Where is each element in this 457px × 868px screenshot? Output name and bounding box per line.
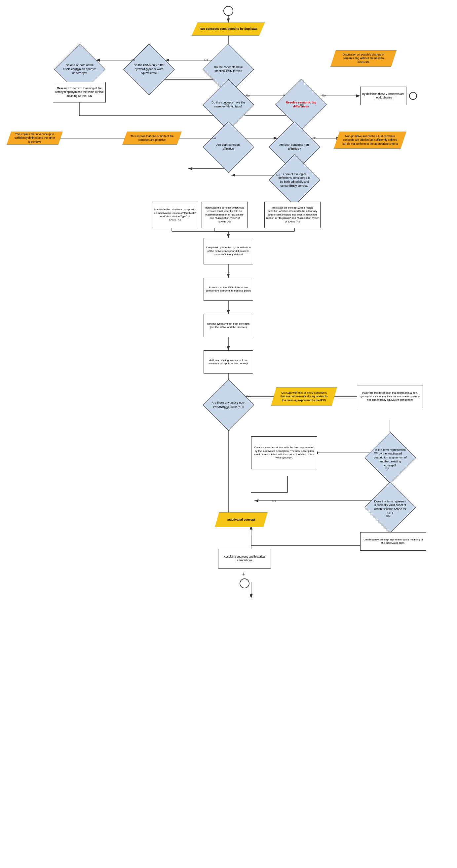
- inactivate-most-recent-box: Inactivate the concept which was created…: [202, 202, 248, 228]
- inactivate-incorrect-label: Inactivate the concept with a logical de…: [266, 206, 319, 223]
- resolving-subtypes-box: Resolving subtypes and historical associ…: [218, 549, 271, 568]
- research-confirm-label: Research to confirm meaning of the acron…: [55, 87, 104, 97]
- end-circle: [239, 579, 250, 588]
- label-no-7: No: [276, 174, 280, 177]
- concept-one-or-more-label: Concept with one or more synonyms that a…: [279, 391, 329, 402]
- active-non-synonymous-diamond: Are there any active non-synonymous syno…: [202, 379, 254, 431]
- label-no-5: No: [212, 136, 216, 140]
- label-no-6: No: [313, 136, 317, 140]
- non-primitive-avoids-label: Non-primitive avoids the situation where…: [342, 134, 398, 146]
- add-missing-synonyms-label: Add any missing synonyms from inactive c…: [205, 359, 252, 366]
- does-term-represent-label: Does the term represent a clinically val…: [372, 490, 408, 525]
- label-yes-10: Yes: [373, 451, 378, 454]
- inactivate-primitive-box: Inactivate the primitive concept with an…: [152, 202, 198, 228]
- fsns-differ-label: Do the FSNs only differ by word order or…: [131, 52, 167, 87]
- label-yes-1: Yes: [144, 68, 149, 71]
- inactivate-primitive-label: Inactivate the primitive concept with an…: [154, 208, 197, 222]
- create-new-concept-label: Create a new concept representing the me…: [362, 538, 425, 545]
- label-yes-9: Yes: [246, 395, 251, 398]
- discussion-semantic-label: Discussion on possible change of semanti…: [337, 53, 390, 64]
- create-new-description-box: Create a new description with the term r…: [251, 436, 317, 469]
- concept-one-or-more-box: Concept with one or more synonyms that a…: [271, 388, 337, 406]
- label-no-9: No: [385, 466, 389, 469]
- label-no-10: No: [272, 499, 276, 502]
- one-sufficiently-defined-label: This implies that one concept is suffici…: [13, 132, 56, 144]
- not-duplicates-label: By definition these 2 concepts are not d…: [362, 92, 405, 99]
- create-new-description-label: Create a new description with the term r…: [253, 446, 316, 460]
- inactivated-concept-box: Inactivated concept: [215, 512, 268, 527]
- add-missing-synonyms-box: Add any missing synonyms from inactive c…: [203, 350, 253, 373]
- diagram-container: Two concepts considered to be duplicate …: [0, 0, 457, 868]
- logical-correct-label: Is one of the logical definitions consid…: [276, 162, 312, 198]
- label-no-1: No: [204, 58, 208, 61]
- plus-sign: +: [242, 571, 245, 577]
- update-logical-box: If required update the logical definitio…: [203, 238, 253, 265]
- inactivate-non-synonymous-box: Inactivate the description that represen…: [357, 385, 423, 408]
- two-concepts-shape: Two concepts considered to be duplicate: [192, 23, 265, 36]
- one-sufficiently-defined-box: This implies that one concept is suffici…: [7, 131, 63, 145]
- not-duplicates-box: By definition these 2 concepts are not d…: [360, 87, 406, 105]
- label-yes-8: Yes: [290, 184, 294, 187]
- discussion-semantic-box: Discussion on possible change of semanti…: [330, 50, 396, 67]
- resolving-subtypes-label: Resolving subtypes and historical associ…: [220, 555, 269, 562]
- research-confirm-box: Research to confirm meaning of the acron…: [53, 82, 106, 102]
- label-no-4: No: [322, 94, 326, 97]
- review-synonyms-label: Review synonyms for both concepts (i.e. …: [205, 322, 252, 329]
- start-circle: [223, 6, 233, 16]
- logical-correct-diamond: Is one of the logical definitions consid…: [269, 154, 320, 206]
- two-concepts-label: Two concepts considered to be duplicate: [199, 27, 257, 31]
- label-yes-3: Yes: [224, 68, 229, 71]
- label-no-8: No: [224, 407, 228, 410]
- ensure-fsn-box: Ensure that the FSN of the active compon…: [203, 278, 253, 301]
- end-circle-2: [409, 92, 417, 100]
- label-yes-11: Yes: [385, 514, 390, 517]
- one-or-both-primitive-box: This implies that one or both of the con…: [122, 131, 182, 145]
- create-new-concept-box: Create a new concept representing the me…: [360, 532, 426, 551]
- does-term-represent-diamond: Does the term represent a clinically val…: [364, 482, 416, 533]
- inactivated-concept-label: Inactivated concept: [227, 518, 255, 522]
- inactivate-most-recent-label: Inactivate the concept which was created…: [203, 206, 246, 223]
- ensure-fsn-label: Ensure that the FSN of the active compon…: [205, 286, 252, 293]
- label-no-2: No: [132, 58, 135, 61]
- inactivate-incorrect-box: Inactivate the concept with a logical de…: [264, 202, 321, 228]
- label-yes-7: Yes: [290, 147, 295, 150]
- label-yes-5: Yes: [299, 103, 304, 106]
- label-yes-6: Yes: [224, 147, 229, 150]
- is-term-represented-diamond: Is the term represented by the inactivat…: [364, 432, 416, 484]
- label-no-3: No: [246, 94, 250, 97]
- non-primitive-avoids-box: Non-primitive avoids the situation where…: [334, 131, 406, 149]
- update-logical-label: If required update the logical definitio…: [205, 246, 252, 256]
- fsns-differ-diamond: Do the FSNs only differ by word order or…: [123, 43, 175, 95]
- is-term-represented-label: Is the term represented by the inactivat…: [372, 440, 408, 476]
- label-yes-2: Yes: [75, 68, 79, 71]
- one-or-both-primitive-label: This implies that one or both of the con…: [129, 134, 175, 142]
- active-non-synonymous-label: Are there any active non-synonymous syno…: [210, 387, 246, 423]
- label-yes-4: Yes: [224, 103, 229, 106]
- inactivate-non-synonymous-label: Inactivate the description that represen…: [359, 391, 421, 402]
- review-synonyms-box: Review synonyms for both concepts (i.e. …: [203, 314, 253, 337]
